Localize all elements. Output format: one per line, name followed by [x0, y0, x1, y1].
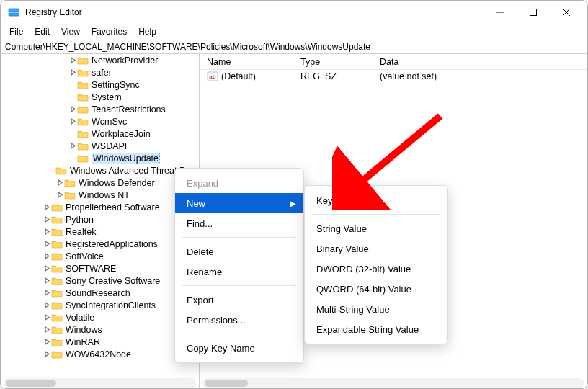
- tree-node[interactable]: WindowsUpdate: [2, 152, 199, 164]
- tree-node[interactable]: Windows: [2, 323, 199, 336]
- expand-icon[interactable]: [43, 228, 51, 236]
- tree-node-label: NetworkProvider: [92, 55, 158, 66]
- tree-node-label: Realtek: [66, 227, 96, 237]
- submenu-expandable-string-value[interactable]: Expandable String Value: [305, 319, 447, 339]
- menu-edit[interactable]: Edit: [29, 24, 55, 40]
- folder-icon: [51, 251, 63, 261]
- tree-node-label: SOFTWARE: [66, 264, 116, 274]
- tree-node[interactable]: RegisteredApplications: [2, 238, 199, 250]
- tree-node[interactable]: SyncIntegrationClients: [2, 299, 199, 311]
- folder-icon: [77, 117, 89, 127]
- tree-horizontal-scrollbar[interactable]: [4, 378, 196, 388]
- svg-text:ab: ab: [209, 73, 215, 80]
- context-menu-delete[interactable]: Delete: [175, 241, 303, 261]
- maximize-button[interactable]: [517, 1, 550, 23]
- expand-icon[interactable]: [55, 191, 64, 200]
- expand-icon[interactable]: [43, 203, 51, 212]
- expand-icon[interactable]: [43, 338, 51, 346]
- column-header-data[interactable]: Data: [373, 57, 587, 67]
- expand-icon[interactable]: [68, 142, 77, 151]
- tree-node[interactable]: Sony Creative Software: [2, 274, 199, 287]
- folder-icon: [77, 92, 89, 102]
- expand-icon[interactable]: [43, 350, 51, 359]
- tree-node[interactable]: WOW6432Node: [2, 348, 199, 360]
- tree-node[interactable]: Python: [2, 213, 199, 225]
- expand-icon[interactable]: [43, 313, 51, 322]
- tree-node[interactable]: WorkplaceJoin: [2, 128, 199, 140]
- titlebar: Registry Editor: [1, 1, 587, 24]
- svg-rect-1: [9, 13, 19, 16]
- expand-icon[interactable]: [43, 264, 51, 273]
- context-menu-find[interactable]: Find...: [175, 213, 303, 233]
- tree-node[interactable]: SoftVoice: [2, 250, 199, 262]
- tree-node[interactable]: WcmSvc: [2, 115, 199, 128]
- menu-help[interactable]: Help: [133, 24, 162, 40]
- tree-node[interactable]: NetworkProvider: [2, 54, 199, 66]
- value-name: (Default): [221, 71, 256, 81]
- menu-favorites[interactable]: Favorites: [86, 24, 133, 40]
- menu-view[interactable]: View: [55, 24, 86, 40]
- folder-icon: [77, 129, 89, 139]
- context-menu-new[interactable]: New ▶: [175, 193, 303, 213]
- submenu-dword-value[interactable]: DWORD (32-bit) Value: [305, 259, 447, 279]
- expand-icon[interactable]: [43, 240, 51, 249]
- expand-icon[interactable]: [55, 179, 64, 187]
- expand-icon[interactable]: [43, 215, 51, 224]
- tree-node[interactable]: Windows Defender: [2, 176, 199, 189]
- value-row[interactable]: ab (Default) REG_SZ (value not set): [200, 70, 587, 83]
- expand-icon[interactable]: [43, 301, 51, 310]
- minimize-button[interactable]: [484, 1, 517, 23]
- folder-icon: [51, 215, 63, 225]
- expand-placeholder: [68, 81, 77, 89]
- scrollbar-thumb[interactable]: [6, 380, 56, 387]
- tree-node[interactable]: SettingSync: [2, 79, 199, 91]
- context-menu-rename[interactable]: Rename: [175, 261, 303, 282]
- expand-icon[interactable]: [43, 277, 51, 285]
- submenu-string-value[interactable]: String Value: [305, 218, 447, 238]
- tree-node-label: Volatile: [66, 313, 94, 323]
- expand-icon[interactable]: [68, 68, 77, 77]
- tree-node[interactable]: Propellerhead Software: [2, 201, 199, 213]
- submenu-multi-string-value[interactable]: Multi-String Value: [305, 299, 447, 319]
- context-menu-separator: [182, 285, 296, 286]
- submenu-binary-value[interactable]: Binary Value: [305, 238, 447, 259]
- expand-icon[interactable]: [68, 117, 77, 126]
- tree-node[interactable]: TenantRestrictions: [2, 103, 199, 115]
- expand-icon[interactable]: [43, 252, 51, 261]
- tree-node-label: WorkplaceJoin: [92, 129, 151, 139]
- tree-node[interactable]: WinRAR: [2, 336, 199, 348]
- tree-node[interactable]: Windows Advanced Threat Protection: [2, 164, 199, 176]
- tree-node[interactable]: SOFTWARE: [2, 262, 199, 274]
- tree-pane[interactable]: NetworkProvidersaferSettingSyncSystemTen…: [1, 54, 200, 389]
- submenu-qword-value[interactable]: QWORD (64-bit) Value: [305, 279, 447, 299]
- context-menu-copy-key-name[interactable]: Copy Key Name: [175, 338, 303, 358]
- tree-node[interactable]: Realtek: [2, 225, 199, 238]
- context-menu-export[interactable]: Export: [175, 290, 303, 310]
- folder-icon: [51, 239, 63, 249]
- close-button[interactable]: [550, 1, 583, 23]
- tree-node[interactable]: Windows NT: [2, 189, 199, 201]
- expand-icon[interactable]: [43, 289, 51, 298]
- expand-icon[interactable]: [68, 105, 77, 114]
- values-horizontal-scrollbar[interactable]: [202, 378, 584, 388]
- address-bar[interactable]: Computer\HKEY_LOCAL_MACHINE\SOFTWARE\Pol…: [1, 40, 587, 54]
- column-header-name[interactable]: Name: [200, 57, 293, 67]
- expand-placeholder: [68, 93, 77, 102]
- expand-icon[interactable]: [68, 56, 77, 65]
- tree-node[interactable]: WSDAPI: [2, 140, 199, 152]
- svg-rect-0: [9, 9, 19, 12]
- expand-icon[interactable]: [43, 326, 51, 334]
- column-header-type[interactable]: Type: [293, 57, 373, 67]
- scrollbar-thumb[interactable]: [205, 380, 248, 387]
- menu-file[interactable]: File: [4, 24, 29, 40]
- submenu-key[interactable]: Key: [305, 190, 447, 210]
- tree-node-label: SoftVoice: [66, 251, 104, 261]
- context-submenu-new: Key String Value Binary Value DWORD (32-…: [304, 185, 448, 344]
- tree-node[interactable]: System: [2, 91, 199, 103]
- tree-node-label: WinRAR: [66, 337, 100, 347]
- context-menu-permissions[interactable]: Permissions...: [175, 310, 303, 330]
- tree-node[interactable]: safer: [2, 66, 199, 79]
- tree-node[interactable]: Volatile: [2, 311, 199, 323]
- tree-node[interactable]: SoundResearch: [2, 287, 199, 299]
- registry-editor-window: Registry Editor File Edit View Favorites…: [0, 0, 588, 389]
